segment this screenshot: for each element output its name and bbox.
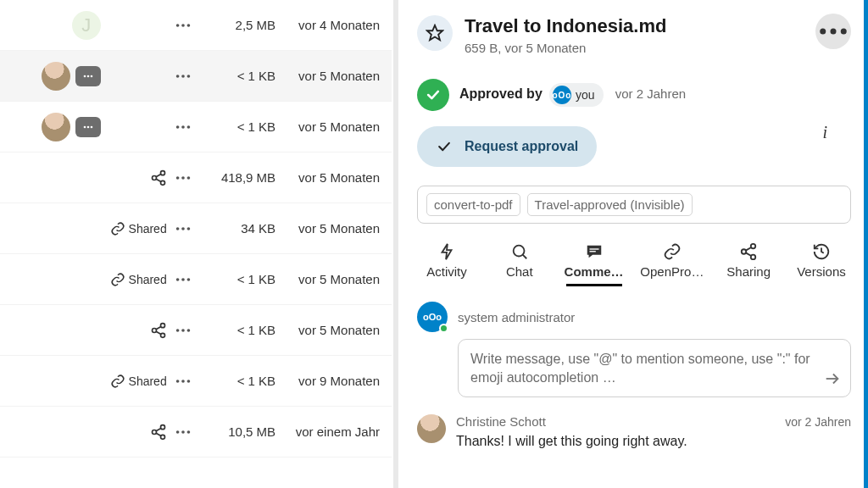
- tab-chat[interactable]: Chat: [490, 239, 549, 286]
- tag-chip[interactable]: Travel-approved (Invisible): [527, 193, 693, 216]
- svg-point-34: [176, 329, 180, 332]
- svg-point-9: [83, 125, 86, 128]
- svg-point-22: [187, 176, 191, 180]
- file-row[interactable]: 418,9 MBvor 5 Monaten: [0, 152, 392, 203]
- file-size: < 1 KB: [200, 323, 279, 337]
- approved-time: vor 2 Jahren: [615, 86, 686, 101]
- svg-point-46: [181, 430, 185, 434]
- svg-point-1: [181, 24, 185, 27]
- tab-comments[interactable]: Comme…: [563, 239, 626, 286]
- tab-sharing[interactable]: Sharing: [719, 239, 778, 286]
- favorite-button[interactable]: [417, 15, 453, 51]
- svg-point-49: [820, 29, 826, 35]
- file-size: 2,5 MB: [200, 18, 279, 32]
- history-icon: [812, 242, 831, 261]
- tab-versions[interactable]: Versions: [792, 239, 851, 286]
- file-row[interactable]: J2,5 MBvor 4 Monaten: [0, 0, 392, 51]
- comment-input[interactable]: Write message, use "@" to mention someon…: [458, 339, 851, 397]
- file-modified: vor 5 Monaten: [279, 119, 380, 134]
- check-icon: [425, 86, 442, 103]
- request-approval-button[interactable]: Request approval: [417, 126, 597, 167]
- row-more-button[interactable]: [167, 118, 200, 136]
- file-modified: vor 5 Monaten: [279, 221, 380, 236]
- approved-badge: [417, 79, 449, 111]
- avatar: oOo: [417, 302, 448, 332]
- svg-point-14: [187, 125, 191, 129]
- svg-point-27: [181, 278, 185, 281]
- file-row[interactable]: Shared< 1 KBvor 5 Monaten: [0, 254, 392, 305]
- shared-chip[interactable]: Shared: [110, 221, 167, 236]
- row-more-button[interactable]: [167, 169, 200, 187]
- tag-chip[interactable]: convert-to-pdf: [426, 193, 520, 216]
- details-tabs: Activity Chat Comme… OpenPro… Sharing Ve…: [417, 239, 851, 286]
- star-icon: [426, 24, 444, 42]
- file-row[interactable]: < 1 KBvor 5 Monaten: [0, 102, 392, 152]
- file-size: < 1 KB: [200, 374, 279, 388]
- approval-status: Approved by oOo you vor 2 Jahren: [417, 79, 851, 111]
- svg-point-40: [160, 424, 164, 429]
- file-size: 10,5 MB: [200, 424, 279, 439]
- share-icon[interactable]: [150, 322, 167, 339]
- svg-point-47: [187, 430, 191, 434]
- compose-author-name: system administrator: [458, 310, 575, 324]
- file-modified: vor 9 Monaten: [279, 374, 380, 388]
- row-more-button[interactable]: [167, 372, 200, 391]
- svg-point-2: [187, 24, 191, 27]
- approver-chip[interactable]: oOo you: [549, 83, 604, 107]
- link-icon: [663, 242, 682, 261]
- svg-point-11: [90, 125, 92, 128]
- svg-point-57: [742, 249, 747, 254]
- svg-point-4: [86, 75, 89, 77]
- svg-point-21: [181, 176, 185, 180]
- file-size: < 1 KB: [200, 119, 279, 134]
- unread-comment-badge[interactable]: [75, 117, 101, 137]
- svg-point-16: [152, 175, 156, 180]
- info-icon[interactable]: i: [822, 123, 827, 142]
- file-modified: vor 5 Monaten: [279, 170, 380, 185]
- tab-label: Comme…: [565, 264, 624, 279]
- row-more-button[interactable]: [167, 67, 200, 86]
- shared-chip[interactable]: Shared: [110, 272, 167, 287]
- details-panel: Travel to Indonesia.md 659 B, vor 5 Mona…: [398, 0, 868, 488]
- svg-point-36: [187, 329, 191, 332]
- file-row[interactable]: Shared34 KBvor 5 Monaten: [0, 203, 392, 254]
- row-more-button[interactable]: [167, 219, 200, 238]
- row-more-button[interactable]: [167, 270, 200, 289]
- svg-rect-55: [589, 251, 595, 252]
- file-row[interactable]: Shared< 1 KBvor 9 Monaten: [0, 356, 392, 407]
- file-row[interactable]: < 1 KBvor 5 Monaten: [0, 51, 392, 102]
- svg-line-44: [156, 433, 161, 435]
- row-more-button[interactable]: [167, 16, 200, 35]
- svg-point-28: [187, 278, 191, 281]
- svg-point-8: [187, 75, 191, 78]
- tab-label: Chat: [506, 264, 533, 279]
- share-icon[interactable]: [150, 169, 167, 186]
- svg-point-29: [160, 323, 164, 327]
- svg-point-56: [751, 244, 756, 249]
- file-row[interactable]: < 1 KBvor 5 Monaten: [0, 305, 392, 356]
- file-size: < 1 KB: [200, 272, 279, 286]
- svg-line-60: [746, 252, 751, 256]
- file-row[interactable]: 10,5 MBvor einem Jahr: [0, 407, 392, 458]
- svg-point-12: [176, 125, 180, 129]
- row-more-button[interactable]: [167, 423, 200, 441]
- svg-line-19: [156, 179, 161, 181]
- file-modified: vor 5 Monaten: [279, 272, 380, 286]
- unread-comment-badge[interactable]: [75, 66, 101, 86]
- svg-point-17: [160, 180, 164, 185]
- shared-chip[interactable]: Shared: [110, 374, 167, 389]
- tags-input[interactable]: convert-to-pdf Travel-approved (Invisibl…: [417, 186, 851, 224]
- send-icon[interactable]: [823, 369, 842, 388]
- more-menu-button[interactable]: [815, 14, 851, 49]
- row-more-button[interactable]: [167, 321, 200, 340]
- share-icon[interactable]: [150, 424, 167, 441]
- file-subtitle: 659 B, vor 5 Monaten: [465, 41, 666, 55]
- file-size: < 1 KB: [200, 69, 279, 83]
- tab-label: Sharing: [726, 264, 771, 279]
- accent-border: [864, 0, 868, 488]
- request-approval-label: Request approval: [465, 139, 578, 154]
- file-modified: vor einem Jahr: [279, 424, 380, 439]
- tab-activity[interactable]: Activity: [417, 239, 476, 286]
- svg-point-35: [181, 329, 185, 332]
- tab-openproject[interactable]: OpenPro…: [638, 239, 705, 286]
